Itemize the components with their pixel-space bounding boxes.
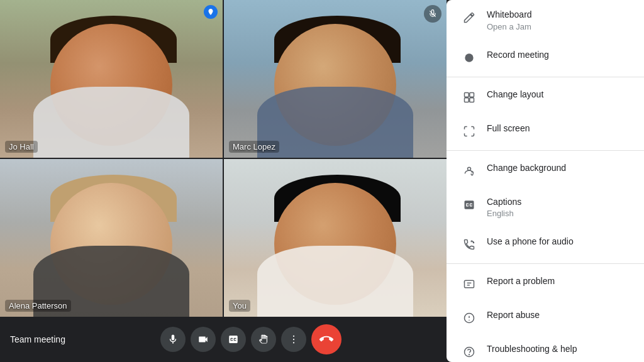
record-icon	[462, 50, 477, 65]
report-problem-content: Report a problem	[487, 275, 629, 288]
captions-icon	[462, 197, 477, 212]
participant-cell-2: Marc Lopez	[224, 0, 447, 158]
raise-hand-button[interactable]	[251, 327, 276, 352]
pin-icon-1	[204, 5, 218, 19]
report-problem-icon	[462, 277, 477, 292]
whiteboard-subtitle: Open a Jam	[487, 22, 629, 31]
divider-3	[447, 263, 644, 264]
menu-item-background[interactable]: Change background	[447, 153, 644, 187]
svg-rect-11	[465, 280, 474, 288]
record-title: Record meeting	[487, 49, 629, 62]
menu-item-captions[interactable]: Captions English	[447, 187, 644, 228]
svg-point-19	[469, 354, 470, 355]
whiteboard-content: Whiteboard Open a Jam	[487, 9, 629, 31]
svg-rect-5	[465, 92, 469, 97]
svg-rect-6	[470, 92, 474, 97]
controls-group	[160, 324, 341, 354]
svg-point-3	[293, 342, 294, 343]
participant-1-label: Jo Hall	[5, 141, 38, 153]
background-title: Change background	[487, 162, 629, 175]
svg-point-4	[465, 53, 473, 62]
participant-2-video	[224, 0, 447, 158]
menu-item-phone-audio[interactable]: Use a phone for audio	[447, 227, 644, 261]
troubleshoot-content: Troubleshooting & help	[487, 343, 629, 356]
report-abuse-icon	[462, 310, 477, 326]
fullscreen-content: Full screen	[487, 123, 629, 135]
more-options-button[interactable]	[281, 327, 306, 352]
divider-2	[447, 150, 644, 151]
mic-muted-icon-2	[424, 5, 441, 23]
context-menu: Whiteboard Open a Jam Record meeting Cha…	[447, 0, 644, 362]
fullscreen-title: Full screen	[487, 123, 629, 135]
phone-audio-icon	[462, 237, 477, 252]
layout-title: Change layout	[487, 89, 629, 101]
svg-point-1	[293, 336, 294, 337]
phone-audio-content: Use a phone for audio	[487, 236, 629, 248]
meeting-title: Team meeting	[10, 334, 65, 344]
fullscreen-icon	[462, 124, 477, 139]
video-grid: Jo Hall Marc Lopez	[0, 0, 447, 317]
layout-content: Change layout	[487, 89, 629, 101]
participant-cell-3: Alena Patterson	[0, 159, 223, 317]
menu-item-layout[interactable]: Change layout	[447, 80, 644, 114]
captions-subtitle: English	[487, 209, 629, 218]
svg-rect-7	[465, 97, 469, 102]
troubleshoot-title: Troubleshooting & help	[487, 343, 629, 356]
participant-1-video	[0, 0, 223, 158]
participant-cell-4: You	[224, 159, 447, 317]
svg-rect-8	[470, 97, 474, 102]
pencil-icon	[462, 10, 477, 25]
background-content: Change background	[487, 162, 629, 175]
mic-button[interactable]	[160, 327, 186, 352]
participant-3-video	[0, 159, 223, 317]
phone-audio-title: Use a phone for audio	[487, 236, 629, 248]
report-abuse-title: Report abuse	[487, 309, 629, 322]
layout-icon	[462, 90, 477, 105]
captions-title: Captions	[487, 196, 629, 209]
menu-item-whiteboard[interactable]: Whiteboard Open a Jam	[447, 0, 644, 40]
divider-1	[447, 77, 644, 77]
whiteboard-title: Whiteboard	[487, 9, 629, 21]
end-call-button[interactable]	[311, 324, 341, 354]
menu-item-report-problem[interactable]: Report a problem	[447, 266, 644, 300]
captions-content: Captions English	[487, 196, 629, 219]
captions-button[interactable]	[221, 327, 246, 352]
participant-4-label: You	[229, 300, 250, 312]
svg-point-9	[468, 167, 471, 170]
camera-button[interactable]	[191, 327, 216, 352]
participant-4-video	[224, 159, 447, 317]
svg-point-17	[469, 320, 470, 321]
svg-point-2	[293, 339, 294, 340]
menu-item-record[interactable]: Record meeting	[447, 40, 644, 74]
participant-2-label: Marc Lopez	[229, 141, 279, 153]
participant-cell-1: Jo Hall	[0, 0, 223, 158]
report-abuse-content: Report abuse	[487, 309, 629, 322]
menu-item-fullscreen[interactable]: Full screen	[447, 114, 644, 148]
participant-3-label: Alena Patterson	[5, 300, 71, 312]
report-problem-title: Report a problem	[487, 275, 629, 288]
control-bar: Team meeting	[0, 317, 447, 362]
menu-item-report-abuse[interactable]: Report abuse	[447, 300, 644, 334]
help-icon	[462, 344, 477, 359]
video-area: Jo Hall Marc Lopez	[0, 0, 447, 362]
record-content: Record meeting	[487, 49, 629, 62]
menu-item-troubleshoot[interactable]: Troubleshooting & help	[447, 334, 644, 362]
background-icon	[462, 163, 477, 178]
